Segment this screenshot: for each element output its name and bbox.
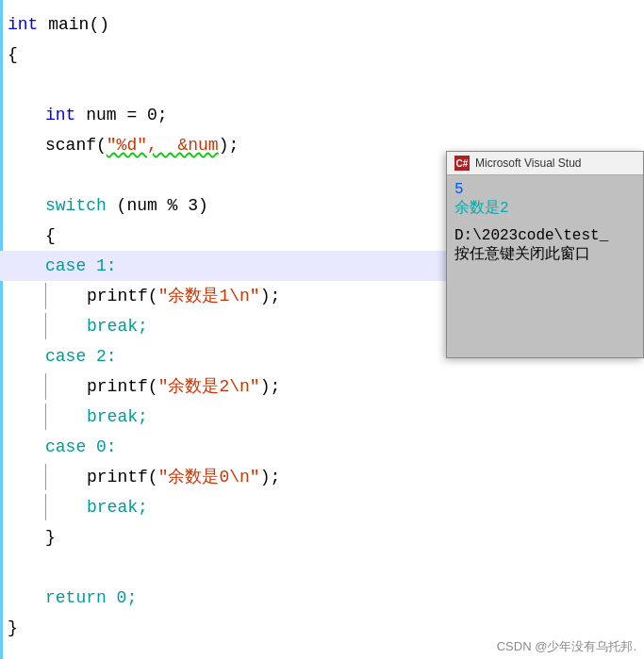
code-line: break; — [0, 492, 644, 522]
code-line — [0, 552, 644, 583]
terminal-title: Microsoft Visual Stud — [475, 157, 582, 170]
terminal-output-line: 5 — [454, 181, 636, 198]
terminal-titlebar: C# Microsoft Visual Stud — [447, 152, 643, 175]
code-line: int main() — [0, 9, 644, 40]
code-line: return 0; — [0, 583, 644, 613]
terminal-output-line: 余数是2 — [454, 198, 636, 218]
code-line: break; — [0, 402, 644, 432]
terminal-body: 5 余数是2 D:\2023code\test_ 按任意键关闭此窗口 — [447, 175, 643, 270]
terminal-output-line: 按任意键关闭此窗口 — [454, 244, 636, 264]
code-line: printf("余数是0\n"); — [0, 462, 644, 492]
watermark: CSDN @少年没有乌托邦. — [497, 638, 636, 655]
code-line — [0, 70, 644, 100]
terminal-window: C# Microsoft Visual Stud 5 余数是2 D:\2023c… — [446, 151, 644, 358]
terminal-output-line: D:\2023code\test_ — [454, 227, 636, 244]
keyword-int: int — [8, 15, 38, 34]
code-editor: int main() { int num = 0; scanf("%d", &n… — [0, 0, 644, 659]
terminal-app-icon: C# — [454, 156, 470, 171]
code-line: case 0: — [0, 432, 644, 462]
code-line: printf("余数是2\n"); — [0, 371, 644, 402]
code-line: int num = 0; — [0, 100, 644, 130]
code-line: { — [0, 40, 644, 70]
code-line: } — [0, 522, 644, 552]
terminal-output-line — [454, 218, 636, 227]
